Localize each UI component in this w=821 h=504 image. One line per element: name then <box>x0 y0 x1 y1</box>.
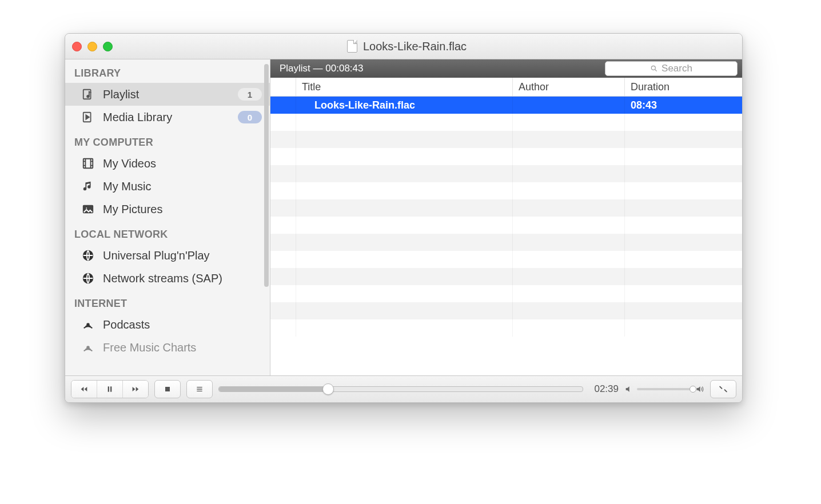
cell-author <box>513 251 625 268</box>
column-leading[interactable] <box>270 78 296 96</box>
column-duration[interactable]: Duration <box>625 78 742 96</box>
main-panel: Playlist — 00:08:43 Search Title Author … <box>270 59 742 375</box>
close-window-button[interactable] <box>72 42 82 51</box>
sidebar-item-label: Network streams (SAP) <box>103 272 262 285</box>
svg-point-5 <box>85 207 87 209</box>
sidebar-item-sap[interactable]: Network streams (SAP) <box>65 267 270 290</box>
volume-slider[interactable] <box>637 388 692 390</box>
cell-duration <box>625 131 742 148</box>
playlist-count-badge: 1 <box>238 88 262 101</box>
sidebar-item-my-music[interactable]: My Music <box>65 175 270 198</box>
table-row <box>270 131 742 148</box>
table-row[interactable]: Looks-Like-Rain.flac08:43 <box>270 97 742 114</box>
next-button[interactable] <box>122 381 148 398</box>
cell-title <box>296 182 513 199</box>
cell-duration <box>625 285 742 302</box>
sidebar-item-my-pictures[interactable]: My Pictures <box>65 198 270 221</box>
cell-duration <box>625 182 742 199</box>
playlist-header-bar: Playlist — 00:08:43 Search <box>270 59 742 78</box>
sidebar-item-free-music-charts[interactable]: Free Music Charts <box>65 336 270 359</box>
volume-low-icon <box>624 385 633 394</box>
sidebar-item-label: Podcasts <box>103 318 262 331</box>
seek-fill <box>219 387 328 391</box>
playlist-toggle-button[interactable] <box>186 380 213 398</box>
table-row <box>270 114 742 131</box>
sidebar-item-upnp[interactable]: Universal Plug'n'Play <box>65 244 270 267</box>
table-body: Looks-Like-Rain.flac08:43 <box>270 97 742 375</box>
previous-button[interactable] <box>71 381 97 398</box>
music-note-icon <box>81 179 95 193</box>
elapsed-time: 02:39 <box>590 383 619 395</box>
window-title: Looks-Like-Rain.flac <box>363 40 467 53</box>
picture-icon <box>81 202 95 216</box>
cell-title <box>296 285 513 302</box>
pause-button[interactable] <box>97 381 122 398</box>
volume-knob[interactable] <box>690 386 696 393</box>
podcast-icon <box>81 341 95 354</box>
svg-rect-13 <box>165 387 170 391</box>
table-row <box>270 234 742 251</box>
sidebar-item-playlist[interactable]: Playlist 1 <box>65 83 270 106</box>
cell-author <box>513 199 625 217</box>
column-author[interactable]: Author <box>513 78 625 96</box>
body: LIBRARY Playlist 1 Media Library 0 MY CO… <box>65 59 742 375</box>
cell-duration <box>625 268 742 285</box>
sidebar-item-label: Free Music Charts <box>103 341 262 354</box>
volume-section <box>624 385 704 394</box>
cell-title <box>296 217 513 234</box>
cell-duration <box>625 199 742 217</box>
sidebar-item-media-library[interactable]: Media Library 0 <box>65 106 270 129</box>
search-placeholder: Search <box>661 63 692 74</box>
zoom-window-button[interactable] <box>103 42 113 51</box>
sidebar: LIBRARY Playlist 1 Media Library 0 MY CO… <box>65 59 270 375</box>
cell-duration: 08:43 <box>625 97 742 114</box>
cell-duration <box>625 217 742 234</box>
table-header: Title Author Duration <box>270 78 742 97</box>
search-input[interactable]: Search <box>605 61 738 76</box>
media-library-icon <box>81 110 95 124</box>
cell-title <box>296 114 513 131</box>
titlebar: Looks-Like-Rain.flac <box>65 34 742 59</box>
cell-title <box>296 251 513 268</box>
cell-title <box>296 148 513 165</box>
sidebar-scrollbar[interactable] <box>264 64 269 287</box>
seek-slider[interactable] <box>218 386 583 392</box>
cell-author <box>513 319 625 337</box>
cell-title <box>296 268 513 285</box>
cell-duration <box>625 319 742 337</box>
podcast-icon <box>81 318 95 331</box>
globe-icon <box>81 271 95 285</box>
table-row <box>270 165 742 182</box>
table-row <box>270 199 742 217</box>
volume-high-icon <box>695 385 704 394</box>
svg-rect-12 <box>110 386 111 391</box>
seek-knob[interactable] <box>322 383 334 395</box>
sidebar-item-podcasts[interactable]: Podcasts <box>65 313 270 336</box>
cell-duration <box>625 234 742 251</box>
sidebar-item-label: Playlist <box>103 88 230 101</box>
cell-author <box>513 217 625 234</box>
cell-title <box>296 234 513 251</box>
column-title[interactable]: Title <box>296 78 513 96</box>
cell-duration <box>625 114 742 131</box>
stop-button[interactable] <box>154 380 181 398</box>
sidebar-item-my-videos[interactable]: My Videos <box>65 152 270 175</box>
cell-title <box>296 302 513 319</box>
cell-author <box>513 165 625 182</box>
minimize-window-button[interactable] <box>87 42 97 51</box>
sidebar-item-label: My Videos <box>103 157 262 170</box>
cell-author <box>513 182 625 199</box>
cell-duration <box>625 251 742 268</box>
progress-section: 02:39 <box>218 383 619 395</box>
fullscreen-button[interactable] <box>710 380 736 398</box>
table-row <box>270 148 742 165</box>
cell-author <box>513 148 625 165</box>
sidebar-item-label: Media Library <box>103 111 230 124</box>
film-icon <box>81 157 95 170</box>
sidebar-section-mycomputer: MY COMPUTER <box>65 129 270 152</box>
window-title-wrap: Looks-Like-Rain.flac <box>113 40 701 53</box>
cell-duration <box>625 302 742 319</box>
table-row <box>270 268 742 285</box>
cell-title <box>296 165 513 182</box>
table-row <box>270 319 742 337</box>
